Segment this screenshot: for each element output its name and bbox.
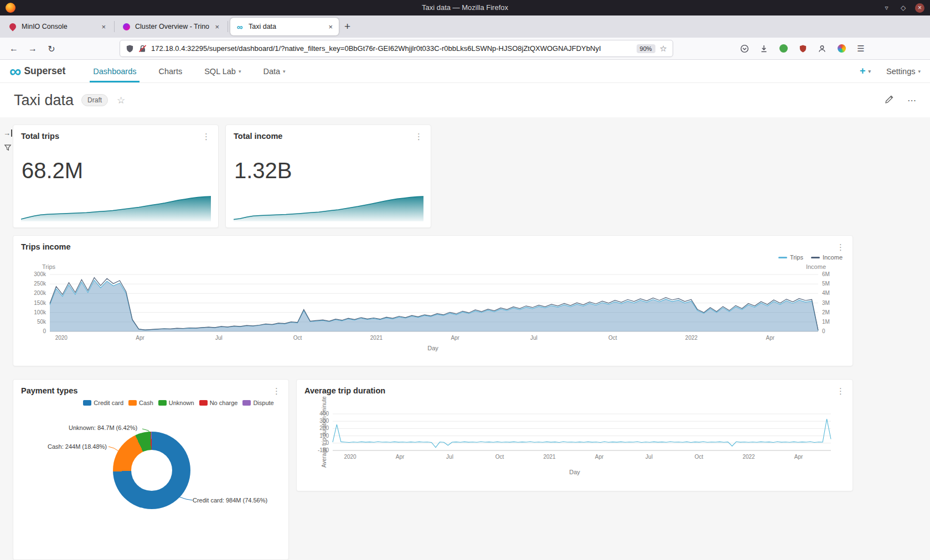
svg-text:-100: -100 [318, 447, 329, 453]
svg-text:Oct: Oct [695, 454, 704, 460]
forward-button[interactable]: → [24, 40, 41, 57]
svg-text:100: 100 [319, 433, 329, 439]
card-menu-button[interactable]: ⋮ [836, 242, 845, 252]
legend-item[interactable]: Credit card [83, 400, 123, 406]
chevron-down-icon: ▾ [869, 69, 871, 74]
legend-label: Trips [790, 254, 803, 261]
lock-slash-icon [138, 44, 147, 53]
tab-close-icon[interactable]: × [214, 23, 220, 31]
slice-label-unknown: Unknown: 84.7M (6.42%) [69, 424, 137, 431]
superset-logo-icon: ∞ [9, 65, 20, 77]
extension-colorful-icon[interactable] [836, 44, 846, 54]
nav-sql-lab[interactable]: SQL Lab▾ [193, 60, 252, 82]
bookmark-star-icon[interactable]: ☆ [660, 44, 667, 54]
svg-text:Jul: Jul [530, 335, 538, 341]
zoom-indicator[interactable]: 90% [637, 44, 655, 53]
svg-text:Apr: Apr [396, 454, 405, 460]
legend-swatch-icon [242, 400, 251, 406]
svg-text:Jul: Jul [446, 454, 453, 460]
extension-green-icon[interactable] [778, 44, 788, 54]
nav-data[interactable]: Data▾ [252, 60, 296, 82]
tab-taxi-data[interactable]: ∞ Taxi data × [230, 18, 339, 35]
card-title: Payment types [21, 386, 78, 395]
tab-minio-console[interactable]: MinIO Console × [3, 18, 112, 35]
filter-icon[interactable] [4, 144, 12, 154]
legend-swatch-icon [128, 400, 137, 406]
x-axis-title: Day [297, 469, 852, 475]
sparkline-chart[interactable] [21, 195, 211, 221]
card-menu-button[interactable]: ⋮ [415, 132, 423, 142]
payment-donut-chart[interactable] [113, 432, 190, 509]
pocket-button[interactable] [740, 44, 750, 54]
edit-dashboard-button[interactable] [885, 95, 894, 106]
svg-text:400: 400 [319, 411, 329, 417]
legend-swatch-icon [83, 400, 91, 406]
legend-item[interactable]: No charge [199, 400, 238, 406]
card-menu-button[interactable]: ⋮ [272, 386, 281, 396]
tab-close-icon[interactable]: × [100, 23, 107, 31]
reload-button[interactable]: ↻ [43, 40, 60, 57]
slice-label-credit-card: Credit card: 984M (74.56%) [193, 497, 267, 504]
window-maximize-button[interactable]: ◇ [898, 3, 908, 13]
dashboard-menu-button[interactable]: ⋯ [907, 95, 916, 106]
total-income-card: Total income ⋮ 1.32B [225, 125, 431, 228]
trips-income-chart[interactable]: 300k6M250k5M200k4M150k3M100k2M50k1M00202… [22, 270, 845, 345]
legend-item[interactable]: Cash [128, 400, 153, 406]
avg-duration-chart[interactable]: 4003002001000-1002020AprJulOct2021AprJul… [308, 411, 839, 464]
downloads-button[interactable] [759, 44, 769, 54]
card-title: Total trips [21, 132, 59, 141]
firefox-window: Taxi data — Mozilla Firefox ▿ ◇ × MinIO … [0, 0, 930, 560]
svg-text:Oct: Oct [293, 335, 302, 341]
superset-favicon-icon: ∞ [235, 22, 244, 31]
legend-label: Unknown [169, 400, 194, 406]
window-minimize-button[interactable]: ▿ [882, 3, 891, 13]
plus-icon: + [860, 65, 866, 77]
nav-dashboards[interactable]: Dashboards [82, 60, 147, 82]
payment-types-card: Payment types ⋮ Credit cardCashUnknownNo… [13, 379, 289, 560]
tab-title: Taxi data [249, 23, 323, 30]
tracking-shield-icon [126, 44, 134, 53]
back-button[interactable]: ← [6, 40, 22, 57]
card-menu-button[interactable]: ⋮ [836, 386, 845, 396]
address-bar[interactable]: 172.18.0.4:32295/superset/dashboard/1/?n… [120, 40, 673, 57]
svg-text:1M: 1M [822, 319, 830, 325]
svg-text:300k: 300k [34, 271, 46, 277]
account-button[interactable] [817, 44, 827, 54]
ublock-extension-icon[interactable] [798, 44, 808, 54]
svg-text:2020: 2020 [55, 335, 68, 341]
tab-separator [228, 21, 228, 32]
chart-legend: TripsIncome [778, 254, 843, 261]
svg-text:Jul: Jul [645, 454, 653, 460]
svg-text:2021: 2021 [370, 335, 383, 341]
expand-filter-bar-icon[interactable]: → [3, 129, 12, 137]
dashboard-header: Taxi data Draft ☆ ⋯ [0, 83, 930, 117]
svg-text:0: 0 [326, 440, 329, 446]
new-item-button[interactable]: +▾ [860, 65, 871, 77]
svg-text:2M: 2M [822, 309, 830, 315]
chart-legend: Credit cardCashUnknownNo chargeDispute [13, 400, 288, 406]
menu-button[interactable]: ☰ [856, 44, 866, 54]
card-title: Average trip duration [304, 386, 385, 395]
svg-text:Apr: Apr [766, 335, 774, 341]
sparkline-chart[interactable] [234, 195, 423, 221]
svg-text:0: 0 [43, 328, 46, 334]
nav-charts[interactable]: Charts [147, 60, 193, 82]
tab-trino-cluster[interactable]: Cluster Overview - Trino × [117, 18, 225, 35]
legend-item[interactable]: Dispute [242, 400, 273, 406]
settings-menu[interactable]: Settings▾ [886, 67, 921, 76]
legend-item[interactable]: Trips [778, 254, 803, 261]
legend-item[interactable]: Unknown [158, 400, 194, 406]
nav-label: SQL Lab [204, 67, 236, 76]
browser-toolbar: ← → ↻ 172.18.0.4:32295/superset/dashboar… [0, 38, 930, 60]
legend-item[interactable]: Income [811, 254, 843, 261]
page-title: Taxi data [14, 92, 74, 109]
new-tab-button[interactable]: + [344, 20, 350, 33]
svg-text:150k: 150k [34, 300, 46, 306]
svg-text:Apr: Apr [451, 335, 459, 341]
tab-close-icon[interactable]: × [327, 23, 334, 31]
window-close-button[interactable]: × [915, 3, 924, 13]
svg-text:200: 200 [319, 425, 329, 431]
big-number-value: 68.2M [22, 158, 83, 183]
favorite-star-icon[interactable]: ☆ [117, 95, 125, 106]
card-menu-button[interactable]: ⋮ [202, 132, 210, 142]
